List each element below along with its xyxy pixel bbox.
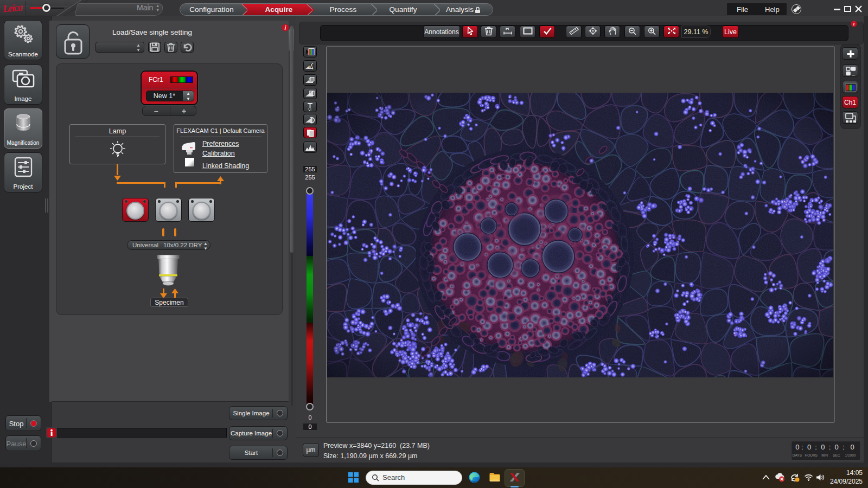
svg-text:i: i xyxy=(285,25,286,31)
svg-text:↓: ↓ xyxy=(311,66,314,70)
svg-text:...: ... xyxy=(852,72,856,77)
